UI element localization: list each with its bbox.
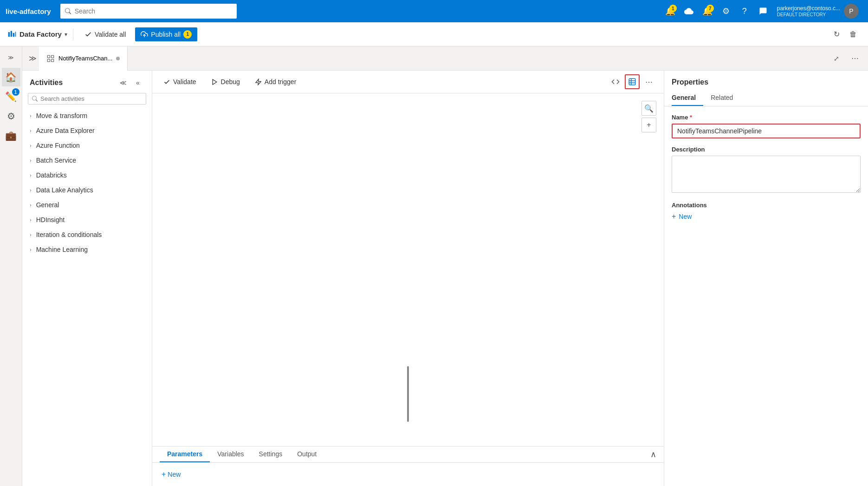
user-name: parkerjones@contoso.c... (777, 5, 840, 12)
edit-icon-btn[interactable]: ✏️ 1 (2, 87, 20, 106)
activity-label: Batch Service (36, 157, 76, 164)
search-box[interactable] (60, 4, 237, 19)
publish-icon (141, 31, 148, 38)
collapse-all-btn[interactable]: ≪ (117, 76, 130, 89)
prop-tab-general[interactable]: General (672, 90, 703, 106)
top-bar: live-adfactory 🔔 1 🔔 7 ⚙ ? parkerjones@c… (0, 0, 868, 22)
activity-item-2[interactable]: › Azure Function (22, 138, 152, 153)
annotations-label: Annotations (672, 202, 861, 209)
more-canvas-button[interactable]: ⋯ (641, 74, 656, 89)
activity-item-3[interactable]: › Batch Service (22, 153, 152, 168)
name-input[interactable] (673, 125, 860, 138)
expand-sidebar[interactable]: ≫ (4, 50, 19, 65)
bottom-tab-actions: ∧ (650, 449, 656, 460)
data-factory-text: Data Factory (19, 30, 62, 38)
search-activities-input[interactable] (40, 95, 142, 102)
manage-icon-btn[interactable]: 💼 (2, 126, 20, 145)
publish-all-button[interactable]: Publish all 1 (135, 27, 197, 41)
tab-bar: ≫ NotifiyTeamsChan... ⤢ ⋯ (22, 46, 868, 71)
filter-btn[interactable]: « (131, 76, 144, 89)
alerts-badge: 7 (706, 5, 714, 12)
main-toolbar: Data Factory ▾ Validate all Publish all … (0, 22, 868, 46)
tab-settings[interactable]: Settings (252, 447, 290, 462)
activities-panel: Activities ≪ « › Move & transform (22, 71, 152, 486)
activity-item-9[interactable]: › Machine Learning (22, 242, 152, 257)
name-field-wrapper (672, 124, 861, 138)
app-title: live-adfactory (6, 7, 51, 15)
svg-marker-9 (213, 79, 217, 84)
activity-item-8[interactable]: › Iteration & conditionals (22, 227, 152, 242)
properties-panel: Properties General Related Name * (664, 71, 868, 486)
validate-all-button[interactable]: Validate all (79, 28, 131, 41)
help-icon[interactable]: ? (736, 3, 753, 20)
feedback-icon[interactable] (755, 3, 771, 20)
activity-item-6[interactable]: › General (22, 197, 152, 212)
validate-button[interactable]: Validate (160, 76, 200, 87)
svg-rect-10 (629, 79, 635, 85)
canvas-plus-btn[interactable]: + (641, 118, 656, 132)
tab-parameters[interactable]: Parameters (160, 447, 210, 462)
description-textarea[interactable] (672, 156, 861, 193)
pipeline-tab[interactable]: NotifiyTeamsChan... (39, 46, 128, 71)
activities-title: Activities (30, 79, 63, 87)
home-icon-btn[interactable]: 🏠 (2, 68, 20, 86)
new-annotation-button[interactable]: + New (672, 212, 692, 221)
user-info[interactable]: parkerjones@contoso.c... DEFAULT DIRECTO… (773, 2, 862, 20)
publish-badge: 1 (183, 30, 192, 39)
tab-variables[interactable]: Variables (210, 447, 251, 462)
tab-expand-icon[interactable]: ⤢ (829, 51, 844, 66)
validate-icon (84, 31, 92, 38)
notifications-icon[interactable]: 🔔 1 (662, 3, 679, 20)
validate-label: Validate (173, 78, 196, 85)
properties-tabs: General Related (664, 90, 868, 106)
svg-rect-6 (52, 55, 54, 58)
toolbar-separator (73, 29, 73, 40)
activity-item-7[interactable]: › HDInsight (22, 212, 152, 227)
activity-item-5[interactable]: › Data Lake Analytics (22, 183, 152, 197)
search-icon (65, 8, 71, 14)
delete-button[interactable]: 🗑 (846, 27, 861, 42)
bottom-tabs: Parameters Variables Settings Output ∧ (152, 446, 664, 486)
tab-output[interactable]: Output (290, 447, 324, 462)
code-view-button[interactable] (608, 74, 623, 89)
properties-view-button[interactable] (625, 74, 640, 89)
properties-content: Name * Description Annotations + New (664, 106, 868, 486)
add-trigger-button[interactable]: Add trigger (251, 76, 300, 87)
monitor-icon-btn[interactable]: ⚙ (2, 107, 20, 125)
canvas-search-btn[interactable]: 🔍 (641, 101, 656, 116)
collapse-bottom-btn[interactable]: ∧ (650, 449, 656, 460)
chevron-right-icon: › (30, 143, 32, 148)
refresh-button[interactable]: ↻ (829, 27, 844, 42)
activity-item-4[interactable]: › Databricks (22, 168, 152, 183)
search-input[interactable] (75, 7, 232, 15)
chevron-right-icon: › (30, 113, 32, 118)
chevron-right-icon: › (30, 128, 32, 133)
user-directory: DEFAULT DIRECTORY (777, 12, 840, 17)
activity-item-0[interactable]: › Move & transform (22, 108, 152, 123)
alerts-icon[interactable]: 🔔 7 (699, 3, 716, 20)
activity-item-1[interactable]: › Azure Data Explorer (22, 123, 152, 138)
canvas-mini-toolbar: 🔍 + (641, 101, 656, 132)
tab-unsaved-dot (116, 57, 120, 60)
search-activities-icon (32, 96, 38, 102)
activity-label: Iteration & conditionals (36, 231, 102, 238)
tab-expand-btn[interactable]: ≫ (26, 52, 39, 65)
pipeline-canvas: Validate Debug Add trigger (152, 71, 664, 486)
chevron-right-icon: › (30, 202, 32, 208)
settings-icon[interactable]: ⚙ (718, 3, 734, 20)
chevron-right-icon: › (30, 247, 32, 252)
search-activities-box[interactable] (28, 93, 146, 105)
new-parameter-button[interactable]: + New (160, 468, 182, 480)
canvas-drawing-area: 🔍 + (152, 93, 664, 446)
bottom-content: + New (152, 463, 664, 486)
properties-icon (628, 78, 636, 86)
debug-button[interactable]: Debug (207, 76, 244, 87)
prop-tab-related[interactable]: Related (711, 90, 740, 106)
svg-rect-1 (11, 31, 12, 37)
notification-badge: 1 (669, 5, 677, 12)
cloud-icon[interactable] (680, 3, 697, 20)
tab-more-icon[interactable]: ⋯ (848, 51, 862, 66)
annotations-section: Annotations + New (672, 202, 861, 221)
data-factory-dropdown[interactable]: ▾ (65, 31, 67, 38)
svg-rect-3 (15, 32, 16, 37)
